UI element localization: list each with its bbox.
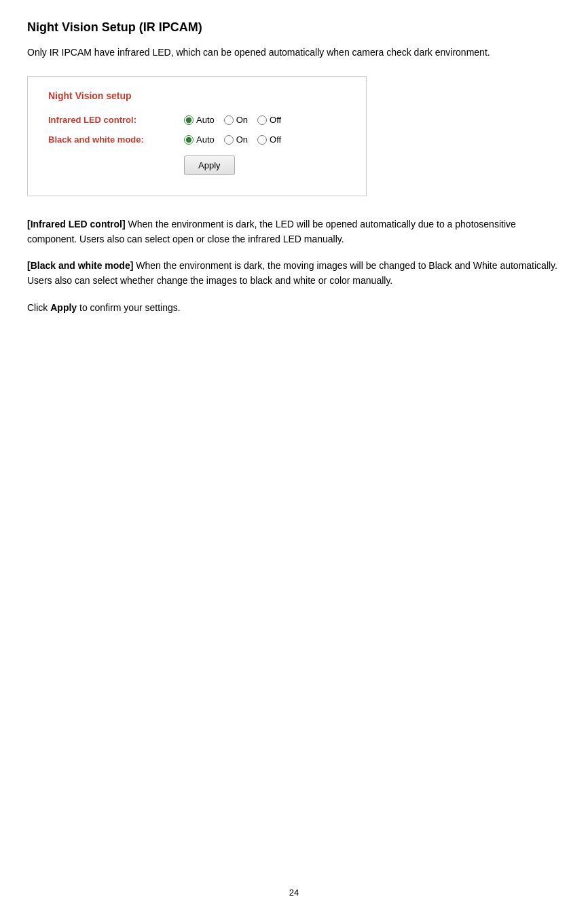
setup-box-title: Night Vision setup	[48, 90, 346, 101]
page-number: 24	[289, 887, 299, 898]
bw-description: [Black and white mode] When the environm…	[27, 258, 561, 289]
apply-button-row: Apply	[48, 155, 346, 175]
bw-off-label: Off	[270, 134, 281, 145]
bw-mode-radio-group: Auto On Off	[184, 134, 287, 145]
click-apply-note: Click Apply to confirm your settings.	[27, 302, 561, 313]
description-section: [Infrared LED control] When the environm…	[27, 217, 561, 289]
apply-button[interactable]: Apply	[184, 155, 235, 175]
infrared-on-option[interactable]: On	[224, 115, 248, 125]
page-footer: 24	[0, 887, 588, 898]
bw-mode-row: Black and white mode: Auto On Off	[48, 134, 346, 145]
infrared-description: [Infrared LED control] When the environm…	[27, 217, 561, 247]
click-suffix: to confirm your settings.	[77, 302, 181, 313]
bw-auto-option[interactable]: Auto	[184, 134, 215, 145]
intro-paragraph: Only IR IPCAM have infrared LED, which c…	[27, 45, 561, 60]
bw-auto-radio[interactable]	[184, 135, 194, 145]
infrared-auto-label: Auto	[196, 115, 215, 125]
infrared-auto-option[interactable]: Auto	[184, 115, 215, 125]
infrared-description-label: [Infrared LED control]	[27, 219, 126, 230]
infrared-on-label: On	[236, 115, 248, 125]
bw-mode-label: Black and white mode:	[48, 134, 184, 145]
bw-description-label: [Black and white mode]	[27, 260, 133, 271]
click-apply-bold: Apply	[50, 302, 77, 313]
bw-on-label: On	[236, 134, 248, 145]
infrared-led-radio-group: Auto On Off	[184, 115, 287, 125]
bw-on-radio[interactable]	[224, 135, 234, 145]
infrared-off-radio[interactable]	[257, 115, 267, 125]
click-prefix: Click	[27, 302, 50, 313]
bw-on-option[interactable]: On	[224, 134, 248, 145]
infrared-off-label: Off	[270, 115, 281, 125]
infrared-led-label: Infrared LED control:	[48, 115, 184, 125]
bw-off-radio[interactable]	[257, 135, 267, 145]
setup-box: Night Vision setup Infrared LED control:…	[27, 76, 367, 196]
infrared-auto-radio[interactable]	[184, 115, 194, 125]
page-title: Night Vision Setup (IR IPCAM)	[27, 20, 561, 35]
infrared-off-option[interactable]: Off	[257, 115, 281, 125]
infrared-led-row: Infrared LED control: Auto On Off	[48, 115, 346, 125]
bw-off-option[interactable]: Off	[257, 134, 281, 145]
infrared-on-radio[interactable]	[224, 115, 234, 125]
bw-auto-label: Auto	[196, 134, 215, 145]
